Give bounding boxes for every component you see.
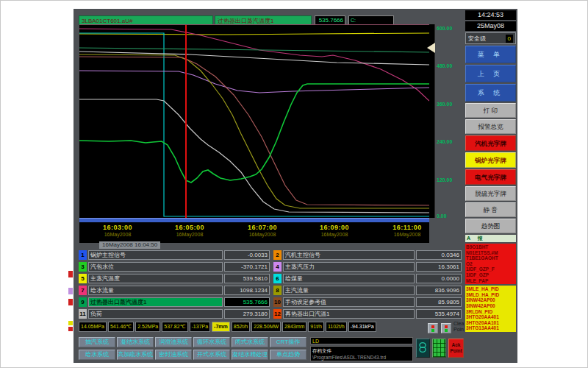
y-axis-tick: 120.00 — [437, 177, 452, 183]
nav-button[interactable]: 单点趋势 — [270, 350, 306, 360]
alarm-entry[interactable]: 3HTG13AA401 — [466, 325, 515, 331]
status-value: 2843mm — [282, 322, 306, 332]
nav-button[interactable]: 循环水系统 — [193, 337, 230, 347]
nav-button[interactable]: CRT操作 — [270, 337, 306, 347]
alarm-entry[interactable]: MLE_PAP — [466, 278, 515, 284]
table-row[interactable]: 12再热器出口汽温1535.4974 — [273, 309, 462, 319]
sidebar-button[interactable]: 上 页 — [465, 65, 516, 82]
pen-table-left-column: 1锅炉主控信号-0.00333汽包水位-370.17215主蒸汽温度539.58… — [79, 250, 270, 319]
table-row[interactable]: 10手动设定参考值85.9805 — [273, 297, 462, 307]
nav-button[interactable]: 凝结水精处理 — [232, 350, 268, 360]
trend-chart-canvas[interactable] — [79, 24, 429, 218]
indicator-button-2[interactable] — [441, 323, 451, 333]
edge-mark — [68, 288, 73, 294]
alarm-entry[interactable]: 3INW42AP00 — [466, 303, 515, 309]
file-path-box: 存档文件 \ProgramFiles\ASDL.TREND43.trd — [310, 346, 413, 361]
nav-button[interactable]: 密封油系统 — [155, 350, 192, 360]
value-pointer-icon — [427, 43, 435, 53]
status-value: 228.50MW — [251, 322, 281, 332]
trend-group-field[interactable]: LD — [310, 337, 413, 344]
alarm-entry[interactable]: 1IDF_GZP — [466, 272, 515, 278]
alarm-entry[interactable]: 1IDF_GZP_F — [466, 266, 515, 272]
sidebar-button[interactable]: 打 印 — [465, 103, 516, 118]
alarm-entry[interactable]: 3HTG20AA101 — [466, 320, 515, 326]
alarm-list-red: B9O1BHTN01E1TSS.#MT1BE1GAOHTO21IDF_GZP_F… — [465, 244, 516, 284]
sidebar-button[interactable]: 菜 单 — [465, 46, 516, 63]
x-axis-date: 16May2008 — [237, 232, 288, 237]
indicator-button-1[interactable] — [428, 323, 438, 333]
pen-value: -370.1721 — [224, 262, 270, 272]
alarm-entry[interactable]: T1BE1GAOHT — [466, 255, 515, 261]
table-row[interactable]: 6给煤量0.0000 — [273, 274, 462, 283]
alarm-entry[interactable]: B9O1BHT — [466, 244, 515, 250]
grid-button[interactable] — [432, 339, 446, 358]
sidebar-button[interactable]: 静 音 — [465, 202, 516, 217]
ack-point-button[interactable]: AckPoint — [448, 339, 464, 358]
pen-index-badge: 10 — [273, 297, 282, 307]
sidebar-button[interactable]: 系 统 — [465, 84, 516, 102]
pen-value: 535.4974 — [416, 309, 462, 319]
nav-button[interactable]: 润滑油系统 — [155, 337, 192, 347]
alarm-entry[interactable]: 3MLD_HA_PID — [466, 292, 515, 298]
table-row[interactable]: 5主蒸汽温度539.5810 — [79, 274, 270, 283]
nav-row-1: 抽汽系统凝结水系统润滑油系统循环水系统闭式水系统CRT操作 — [79, 337, 309, 347]
table-row[interactable]: 7给水流量1098.1234 — [79, 286, 270, 295]
pen-value: 0.0346 — [416, 250, 462, 260]
table-row[interactable]: 2汽机主控信号0.0346 — [273, 250, 462, 260]
table-row[interactable]: 4主蒸汽压力16.3061 — [273, 262, 462, 272]
pen-index-badge: 9 — [79, 297, 87, 307]
table-row[interactable]: 1锅炉主控信号-0.0033 — [79, 250, 270, 260]
sidebar-button[interactable]: 报警总览 — [465, 119, 516, 134]
pen-label: 再热器出口汽温1 — [283, 309, 415, 319]
pen-label: 主汽流量 — [283, 286, 415, 295]
sidebar-button[interactable]: 脱硫光字牌 — [465, 186, 516, 201]
nav-button[interactable]: 高加疏水系统 — [117, 350, 154, 360]
sidebar-button[interactable]: 锅炉光字牌 — [465, 152, 516, 168]
nav-button[interactable]: 闭式水系统 — [232, 337, 268, 347]
nav-button[interactable]: 抽汽系统 — [79, 337, 115, 347]
pen-value: 279.3180 — [224, 309, 270, 319]
alarm-entry[interactable]: N01E1TSS.#M — [466, 250, 515, 256]
link-button[interactable] — [416, 339, 430, 358]
pen-table-right-column: 2汽机主控信号0.03464主蒸汽压力16.30616给煤量0.00008主汽流… — [273, 250, 462, 319]
sidebar-button[interactable]: 电气光字牌 — [465, 169, 516, 185]
table-row[interactable]: 3汽包水位-370.1721 — [79, 262, 270, 272]
status-value: 541.46℃ — [108, 322, 134, 332]
alarm-entry[interactable]: 3MLE_HA_PID — [466, 286, 515, 292]
status-bar: 14.05MPa541.46℃2.52MPa537.82℃-137Pa-7mm8… — [79, 321, 426, 333]
y-axis-tick: 0.00 — [437, 213, 447, 219]
security-label: 安全级 — [468, 35, 486, 43]
x-axis-time: 16:11:00 — [381, 224, 433, 231]
table-row[interactable]: 9过热器出口蒸汽温度1535.7666 — [79, 297, 270, 307]
status-value: 852t/h — [232, 322, 250, 332]
table-row[interactable]: 11负荷279.3180 — [79, 309, 270, 319]
alarm-entry[interactable]: O2 — [466, 261, 515, 267]
x-axis-time: 16:07:00 — [237, 224, 288, 231]
pen-label: 主蒸汽温度 — [88, 274, 223, 283]
edge-mark — [68, 299, 73, 305]
pen-index-badge: 7 — [79, 286, 87, 295]
trend-line-gray-pen — [79, 99, 429, 213]
sidebar: 14:24:53 25May08 安全级 0 菜 单上 页系 统打 印报警总览汽… — [464, 9, 517, 363]
nav-button[interactable]: 给水系统 — [79, 350, 115, 360]
y-axis-tick: 240.00 — [437, 139, 452, 144]
alarm-entry[interactable]: 3INW42AP00 — [466, 297, 515, 303]
sidebar-button[interactable]: 趋势图 — [465, 219, 516, 233]
alarm-entry[interactable]: 3HTG20AA401 — [466, 314, 515, 320]
value-scale: 600.00480.00360.00240.00120.000.00 — [429, 24, 464, 223]
pen-value: 16.3061 — [416, 262, 462, 272]
nav-button[interactable]: 开式水系统 — [193, 350, 230, 360]
cursor-timestamp: 16May2008 16:04:50 — [99, 241, 160, 249]
table-row[interactable]: 8主汽流量836.9096 — [273, 286, 462, 295]
pen-index-badge: 6 — [273, 274, 282, 283]
alarm-entry[interactable]: 3RLDN_PID — [466, 309, 515, 315]
pen-index-badge: 12 — [273, 309, 282, 319]
nav-button[interactable]: 凝结水系统 — [117, 337, 154, 347]
scale-strip — [429, 24, 435, 218]
y-axis-tick: 600.00 — [437, 26, 452, 31]
pen-value: 535.7666 — [224, 297, 270, 307]
edge-mark — [68, 271, 73, 277]
status-value: 537.82℃ — [162, 322, 187, 332]
sidebar-button[interactable]: 汽机光字牌 — [465, 135, 516, 151]
x-axis-tick: 16:07:0016May2008 — [237, 224, 288, 237]
